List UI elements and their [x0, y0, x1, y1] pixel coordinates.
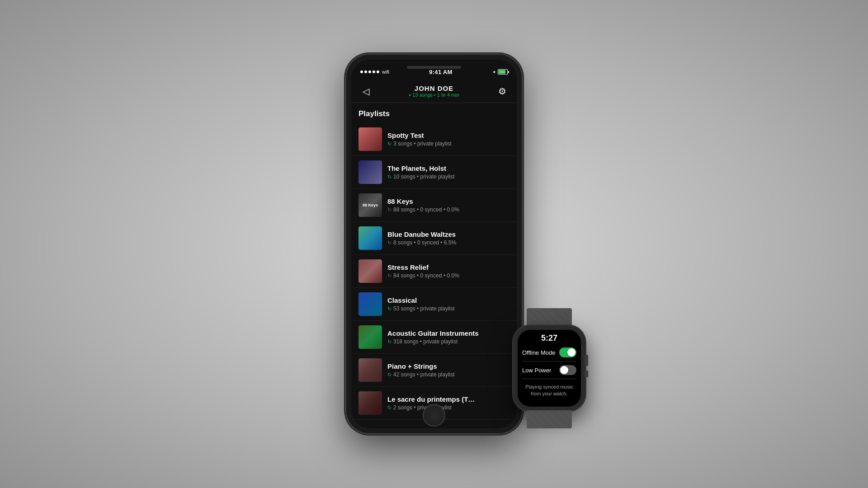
signal-dot-4 — [373, 70, 375, 73]
playlist-item[interactable]: Acoustic Guitar Instruments↻318 songs • … — [351, 321, 517, 354]
home-button[interactable] — [423, 404, 445, 427]
playlist-thumbnail — [359, 127, 382, 151]
playlist-meta: ↻3 songs • private playlist — [387, 141, 509, 147]
status-bar: wifi 9:41 AM ✦ — [351, 60, 517, 80]
battery — [498, 69, 508, 75]
playlist-name: 88 Keys — [387, 197, 509, 205]
iphone: wifi 9:41 AM ✦ ◁ JOHN DOE 13 songs • 1 h… — [346, 54, 522, 434]
playlist-meta: ↻88 songs • 0 synced • 0.0% — [387, 206, 509, 213]
battery-fill — [499, 70, 505, 74]
playlist-thumbnail — [359, 259, 382, 283]
playlist-item[interactable]: Piano + Strings↻42 songs • private playl… — [351, 354, 517, 387]
sync-icon: ↻ — [387, 306, 392, 312]
playlist-meta: ↻318 songs • private playlist — [387, 338, 509, 345]
nav-title: JOHN DOE — [409, 84, 459, 92]
playlist-meta: ↻84 songs • 0 synced • 0.0% — [387, 272, 509, 279]
playlist-meta-text: 84 songs • 0 synced • 0.0% — [393, 272, 459, 279]
low-power-label: Low Power — [522, 367, 551, 374]
scene: wifi 9:41 AM ✦ ◁ JOHN DOE 13 songs • 1 h… — [346, 54, 522, 434]
signal-dot-1 — [360, 70, 363, 73]
playlist-thumbnail — [359, 292, 382, 316]
playlist-name: Classical — [387, 296, 509, 304]
nav-subtitle: 13 songs • 1 hr 4 min — [409, 92, 459, 98]
sync-icon: ↻ — [387, 240, 392, 246]
playlist-item[interactable]: Blue Danube Waltzes↻8 songs • 0 synced •… — [351, 222, 517, 255]
playlist-meta-text: 318 songs • private playlist — [393, 338, 458, 345]
watch-message: Playing synced music from your watch. — [522, 383, 576, 399]
status-time: 9:41 AM — [429, 69, 452, 75]
iphone-screen: wifi 9:41 AM ✦ ◁ JOHN DOE 13 songs • 1 h… — [351, 60, 517, 428]
playlist-meta: ↻53 songs • private playlist — [387, 305, 509, 312]
signal-dot-2 — [364, 70, 367, 73]
watch-divider-2 — [522, 379, 576, 379]
playlists-header: Playlists — [351, 103, 517, 123]
apple-watch: 5:27 Offline Mode Low Power — [504, 307, 594, 416]
watch-band-top — [527, 308, 572, 326]
playlist-list: Spotty Test↻3 songs • private playlistTh… — [351, 123, 517, 425]
playlist-name: Spotty Test — [387, 131, 509, 139]
playlist-meta-text: 10 songs • private playlist — [393, 174, 455, 180]
signal-dot-3 — [368, 70, 371, 73]
playlist-item[interactable]: 88 Keys88 Keys↻88 songs • 0 synced • 0.0… — [351, 189, 517, 222]
playlist-meta: ↻10 songs • private playlist — [387, 174, 509, 180]
sync-icon: ↻ — [387, 372, 392, 378]
watch-side-button[interactable] — [585, 371, 588, 377]
playlist-thumbnail — [359, 325, 382, 349]
watch-divider-1 — [522, 361, 576, 361]
sync-icon: ↻ — [387, 273, 392, 279]
sync-icon: ↻ — [387, 405, 392, 411]
back-button[interactable]: ◁ — [359, 84, 373, 99]
offline-mode-row: Offline Mode — [522, 347, 576, 357]
low-power-toggle-knob — [560, 366, 568, 374]
sync-icon: ↻ — [387, 339, 392, 345]
low-power-row: Low Power — [522, 365, 576, 375]
settings-button[interactable]: ⚙ — [495, 84, 509, 99]
playlist-name: Stress Relief — [387, 263, 509, 271]
playlist-meta-text: 3 songs • private playlist — [393, 141, 452, 147]
playlist-thumbnail — [359, 160, 382, 184]
watch-status-bar: 5:27 — [518, 330, 581, 345]
speaker-bar — [407, 66, 461, 69]
wifi-icon: wifi — [382, 69, 389, 75]
playlist-meta: ↻8 songs • 0 synced • 6.5% — [387, 239, 509, 246]
playlist-meta-text: 8 songs • 0 synced • 6.5% — [393, 239, 456, 246]
signal-dot-5 — [377, 70, 379, 73]
low-power-toggle[interactable] — [559, 365, 576, 375]
playlist-item[interactable]: Stress Relief↻84 songs • 0 synced • 0.0% — [351, 255, 517, 288]
playlist-thumbnail — [359, 226, 382, 250]
offline-toggle-knob — [567, 348, 576, 357]
playlist-name: Acoustic Guitar Instruments — [387, 329, 509, 337]
signal-area: wifi — [360, 69, 389, 75]
sync-icon: ↻ — [387, 174, 392, 180]
playlist-meta: ↻42 songs • private playlist — [387, 371, 509, 378]
watch-band-bottom — [527, 410, 572, 428]
watch-screen: 5:27 Offline Mode Low Power — [518, 330, 581, 407]
playlist-meta-text: 53 songs • private playlist — [393, 305, 455, 312]
sync-icon: ↻ — [387, 207, 392, 213]
sync-icon: ↻ — [387, 141, 392, 147]
playlist-thumbnail — [359, 358, 382, 382]
playlist-item[interactable]: Classical↻53 songs • private playlist — [351, 288, 517, 321]
watch-crown[interactable] — [585, 355, 588, 366]
playlist-thumbnail — [359, 391, 382, 415]
playlist-name: Blue Danube Waltzes — [387, 230, 509, 238]
battery-area: ✦ — [492, 69, 508, 75]
playlist-thumbnail: 88 Keys — [359, 193, 382, 217]
offline-mode-toggle[interactable] — [559, 347, 576, 357]
playlist-meta-text: 42 songs • private playlist — [393, 371, 455, 378]
offline-mode-label: Offline Mode — [522, 349, 555, 356]
playlist-meta-text: 88 songs • 0 synced • 0.0% — [393, 206, 459, 213]
playlist-name: Piano + Strings — [387, 362, 509, 370]
playlist-meta: ↻2 songs • private playlist — [387, 404, 509, 411]
playlist-name: The Planets, Holst — [387, 164, 509, 172]
playlist-item[interactable]: The Planets, Holst↻10 songs • private pl… — [351, 156, 517, 189]
watch-content: Offline Mode Low Power Playing synced mu… — [518, 345, 581, 407]
playlist-item[interactable]: Spotty Test↻3 songs • private playlist — [351, 123, 517, 156]
nav-center: JOHN DOE 13 songs • 1 hr 4 min — [409, 84, 459, 98]
bluetooth-icon: ✦ — [492, 70, 496, 75]
watch-time: 5:27 — [541, 333, 557, 343]
watch-body: 5:27 Offline Mode Low Power — [513, 325, 585, 411]
playlist-name: Le sacre du printemps (T… — [387, 395, 509, 403]
navigation-bar: ◁ JOHN DOE 13 songs • 1 hr 4 min ⚙ — [351, 80, 517, 103]
